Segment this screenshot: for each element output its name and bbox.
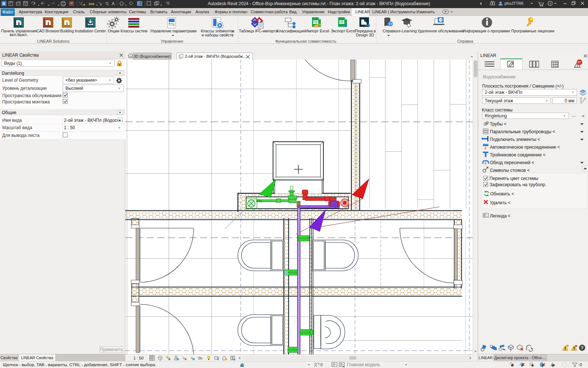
- svg-text:?: ?: [549, 2, 551, 6]
- svg-text:phoJTTR6: phoJTTR6: [505, 1, 523, 6]
- svg-text:?: ?: [581, 346, 584, 350]
- svg-text:R: R: [3, 1, 6, 6]
- svg-text:Autodesk Revit 2024 - Office-B: Autodesk Revit 2024 - Office-Bsp-Инженер…: [208, 1, 430, 6]
- svg-text::0: :0: [319, 362, 323, 367]
- svg-text:97: 97: [578, 60, 581, 64]
- svg-text:Главная модель: Главная модель: [347, 362, 380, 367]
- svg-text:A: A: [112, 1, 115, 6]
